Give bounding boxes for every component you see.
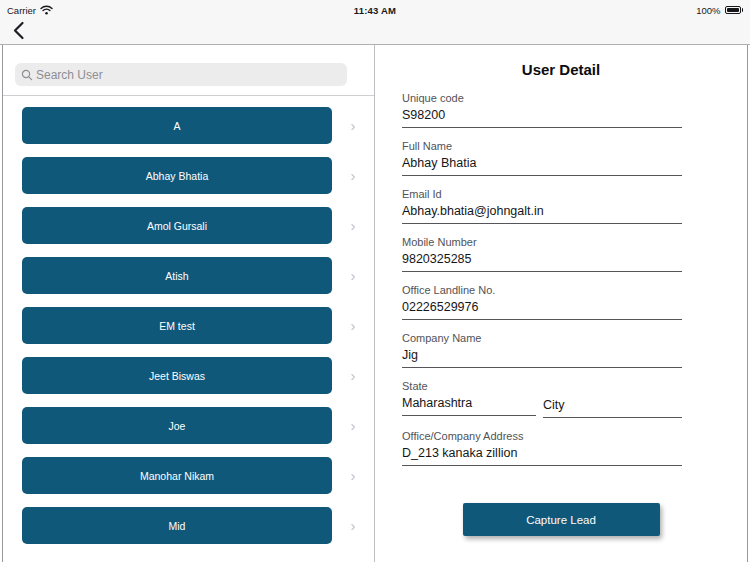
form-field: Office Landline No. 02226529976	[402, 283, 682, 320]
capture-lead-button[interactable]: Capture Lead	[463, 503, 660, 536]
user-list-row: A ›	[3, 107, 374, 144]
user-list-row: Jeet Biswas ›	[3, 357, 374, 394]
back-button[interactable]	[12, 21, 25, 43]
field-value[interactable]: S98200	[402, 107, 682, 128]
chevron-right-icon[interactable]: ›	[332, 318, 374, 333]
form-field: Unique code S98200	[402, 91, 682, 128]
page-title: User Detail	[375, 61, 747, 79]
app-window: Carrier 11:43 AM 100%	[0, 0, 750, 562]
user-item-button[interactable]: Atish	[22, 257, 332, 294]
user-item-button[interactable]: A	[22, 107, 332, 144]
address-field: Office/Company Address D_213 kanaka zill…	[402, 429, 682, 466]
simple-fields: Unique code S98200 Full Name Abhay Bhati…	[402, 91, 682, 368]
field-label: Office/Company Address	[402, 429, 682, 443]
form-field: Email Id Abhay.bhatia@johngalt.in	[402, 187, 682, 224]
field-label: Email Id	[402, 187, 682, 201]
chevron-right-icon[interactable]: ›	[332, 218, 374, 233]
form-field: Mobile Number 9820325285	[402, 235, 682, 272]
user-item-button[interactable]: Manohar Nikam	[22, 457, 332, 494]
field-value[interactable]: 02226529976	[402, 299, 682, 320]
user-list-row: Abhay Bhatia ›	[3, 157, 374, 194]
chevron-right-icon[interactable]: ›	[332, 168, 374, 183]
field-label: State	[402, 379, 536, 393]
chevron-right-icon[interactable]: ›	[332, 468, 374, 483]
user-item-button[interactable]: Jeet Biswas	[22, 357, 332, 394]
form-field: Company Name Jig	[402, 331, 682, 368]
user-list-row: Manohar Nikam ›	[3, 457, 374, 494]
field-label: Full Name	[402, 139, 682, 153]
content-area: A › Abhay Bhatia › Amol Gursali › A	[2, 45, 748, 562]
field-label: Unique code	[402, 91, 682, 105]
battery-percent-label: 100%	[696, 5, 720, 16]
user-item-button[interactable]: EM test	[22, 307, 332, 344]
user-detail-panel: User Detail Unique code S98200 Full Name…	[375, 45, 747, 562]
field-label: Company Name	[402, 331, 682, 345]
search-bar	[15, 63, 347, 86]
user-list-panel: A › Abhay Bhatia › Amol Gursali › A	[3, 45, 374, 562]
clock-time: 11:43 AM	[354, 5, 396, 16]
user-item-button[interactable]: Amol Gursali	[22, 207, 332, 244]
field-value[interactable]: D_213 kanaka zillion	[402, 445, 682, 466]
chevron-right-icon[interactable]: ›	[332, 418, 374, 433]
detail-fields: Unique code S98200 Full Name Abhay Bhati…	[402, 91, 682, 466]
wifi-icon	[40, 5, 53, 15]
chevron-right-icon[interactable]: ›	[332, 368, 374, 383]
field-value[interactable]: 9820325285	[402, 251, 682, 272]
field-value[interactable]: Jig	[402, 347, 682, 368]
user-item-button[interactable]: Mid	[22, 507, 332, 544]
chevron-left-icon	[12, 21, 25, 43]
chevron-right-icon[interactable]: ›	[332, 518, 374, 533]
search-input[interactable]	[36, 63, 341, 86]
field-value[interactable]: Abhay.bhatia@johngalt.in	[402, 203, 682, 224]
field-label: Mobile Number	[402, 235, 682, 249]
battery-icon	[725, 6, 744, 14]
field-value[interactable]: Maharashtra	[402, 395, 536, 416]
carrier-label: Carrier	[7, 5, 36, 16]
user-list: A › Abhay Bhatia › Amol Gursali › A	[3, 96, 374, 544]
user-list-row: Mid ›	[3, 507, 374, 544]
city-input[interactable]	[543, 397, 682, 418]
status-bar: Carrier 11:43 AM 100%	[0, 0, 750, 20]
user-list-row: Joe ›	[3, 407, 374, 444]
navigation-bar	[0, 20, 750, 45]
user-item-button[interactable]: Abhay Bhatia	[22, 157, 332, 194]
search-icon	[21, 69, 33, 81]
chevron-right-icon[interactable]: ›	[332, 268, 374, 283]
user-list-row: Amol Gursali ›	[3, 207, 374, 244]
field-value[interactable]: Abhay Bhatia	[402, 155, 682, 176]
chevron-right-icon[interactable]: ›	[332, 118, 374, 133]
user-list-row: EM test ›	[3, 307, 374, 344]
state-field: State Maharashtra	[402, 379, 536, 418]
form-field: Full Name Abhay Bhatia	[402, 139, 682, 176]
user-item-button[interactable]: Joe	[22, 407, 332, 444]
field-label: Office Landline No.	[402, 283, 682, 297]
user-list-row: Atish ›	[3, 257, 374, 294]
city-field	[543, 379, 682, 418]
state-city-row: State Maharashtra	[402, 379, 682, 418]
